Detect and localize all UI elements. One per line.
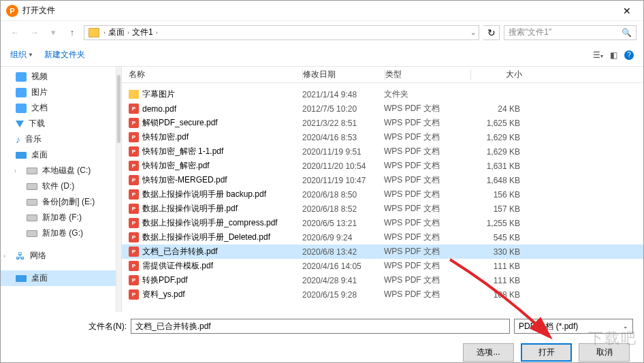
- search-input[interactable]: 搜索"文件1" 🔍: [504, 25, 637, 40]
- sidebar-item[interactable]: 软件 (D:): [1, 178, 116, 194]
- sidebar-desktop[interactable]: 桌面: [1, 270, 116, 286]
- view-icon[interactable]: ☰▾: [593, 50, 603, 60]
- sidebar-item[interactable]: 新加卷 (F:): [1, 210, 116, 225]
- sidebar-item-label: 桌面: [31, 149, 48, 161]
- nav-back-icon[interactable]: ←: [7, 25, 22, 40]
- sidebar-item-label: 视频: [31, 71, 48, 82]
- table-row[interactable]: P快转加密.pdf2020/4/16 8:53WPS PDF 文档1,629 K…: [122, 130, 643, 144]
- filename-input[interactable]: [131, 319, 510, 334]
- music-icon: ♪: [16, 135, 20, 144]
- options-button[interactable]: 选项...: [463, 343, 514, 362]
- sidebar-item[interactable]: 视频: [1, 69, 116, 84]
- table-row[interactable]: P资料_ys.pdf2020/6/15 9:28WPS PDF 文档108 KB: [122, 287, 643, 302]
- network-icon: 🖧: [16, 251, 25, 261]
- pdf-icon: P: [129, 261, 139, 271]
- column-type[interactable]: 类型: [385, 69, 470, 80]
- refresh-icon[interactable]: ↻: [483, 25, 500, 40]
- file-type: WPS PDF 文档: [384, 174, 469, 186]
- file-list[interactable]: 字幕图片2021/1/14 9:48文件夹Pdemo.pdf2012/7/5 1…: [122, 83, 643, 312]
- sidebar-item[interactable]: 备份[勿删] (E:): [1, 194, 116, 210]
- folder-icon: [129, 90, 139, 99]
- table-row[interactable]: P数据上报操作说明手册_Deleted.pdf2020/6/9 9:24WPS …: [122, 230, 643, 244]
- table-row[interactable]: P快转加密_解密 1-1.pdf2020/11/19 9:51WPS PDF 文…: [122, 144, 643, 159]
- table-row[interactable]: P数据上报操作说明手册_compress.pdf2020/6/5 13:21WP…: [122, 216, 643, 230]
- scrollbar-thumb[interactable]: [117, 75, 120, 143]
- file-name-cell: P数据上报操作说明手册_Deleted.pdf: [129, 232, 302, 243]
- search-icon: 🔍: [622, 28, 632, 37]
- table-row[interactable]: 字幕图片2021/1/14 9:48文件夹: [122, 87, 643, 101]
- pdf-icon: P: [129, 218, 139, 228]
- table-row[interactable]: P快转加密-MERGED.pdf2020/11/19 10:47WPS PDF …: [122, 173, 643, 187]
- open-button[interactable]: 打开: [521, 343, 572, 362]
- cancel-button[interactable]: 取消: [579, 343, 630, 362]
- file-date: 2021/3/22 8:51: [302, 119, 384, 128]
- table-row[interactable]: [122, 83, 643, 87]
- sidebar-item[interactable]: 文档: [1, 100, 116, 116]
- file-size: 1,625 KB: [469, 119, 527, 128]
- sidebar-item[interactable]: ›本地磁盘 (C:): [1, 163, 116, 178]
- file-type: WPS PDF 文档: [384, 146, 469, 157]
- nav-dropdown-icon[interactable]: ▾: [46, 25, 61, 40]
- sidebar-item[interactable]: 新加卷 (G:): [1, 225, 116, 241]
- sidebar-item[interactable]: 桌面: [1, 147, 116, 163]
- table-row[interactable]: P需提供证件模板.pdf2020/4/16 14:05WPS PDF 文档111…: [122, 259, 643, 273]
- sidebar-item-label: 音乐: [25, 133, 42, 145]
- close-icon[interactable]: ✕: [616, 5, 638, 16]
- file-size: 545 KB: [469, 233, 527, 242]
- sidebar-item[interactable]: 下载: [1, 116, 116, 131]
- file-name-cell: P快转加密_解密 1-1.pdf: [129, 146, 302, 157]
- sidebar-item[interactable]: ♪音乐: [1, 131, 116, 147]
- table-row[interactable]: P文档_已合并转换.pdf2020/6/8 13:42WPS PDF 文档330…: [122, 244, 643, 259]
- preview-icon[interactable]: ◧: [610, 50, 617, 60]
- file-name-cell: P数据上报操作说明手册.pdf: [129, 203, 302, 215]
- chevron-down-icon[interactable]: ⌄: [470, 29, 476, 36]
- file-type: WPS PDF 文档: [384, 274, 469, 286]
- sidebar-item-label: 备份[勿删] (E:): [42, 196, 95, 208]
- file-size: 108 KB: [469, 290, 527, 300]
- file-name: demo.pdf: [142, 104, 176, 114]
- table-row[interactable]: P转换PDF.pdf2020/4/28 9:41WPS PDF 文档111 KB: [122, 273, 643, 287]
- breadcrumb[interactable]: › 桌面 › 文件1 › ⌄: [84, 25, 479, 40]
- app-icon: P: [6, 5, 18, 17]
- sidebar-item-label: 图片: [31, 86, 48, 98]
- chevron-right-icon[interactable]: ›: [3, 253, 5, 259]
- table-row[interactable]: Pdemo.pdf2012/7/5 10:20WPS PDF 文档24 KB: [122, 101, 643, 116]
- file-type: WPS PDF 文档: [384, 246, 469, 257]
- column-size[interactable]: 大小: [471, 69, 529, 80]
- sidebar-scrollbar[interactable]: [116, 67, 122, 312]
- table-row[interactable]: P数据上报操作说明手册 backup.pdf2020/6/18 8:50WPS …: [122, 187, 643, 202]
- file-date: 2020/4/28 9:41: [302, 276, 384, 285]
- toolbar: 组织 ▼ 新建文件夹 ☰▾ ◧ ?: [1, 44, 643, 67]
- file-name: 数据上报操作说明手册_compress.pdf: [142, 217, 278, 229]
- table-row[interactable]: P解锁PDF_secure.pdf2021/3/22 8:51WPS PDF 文…: [122, 116, 643, 130]
- chevron-right-icon[interactable]: ›: [14, 168, 16, 174]
- file-type: WPS PDF 文档: [384, 203, 469, 215]
- column-date[interactable]: 修改日期: [303, 69, 385, 80]
- chevron-right-icon: ›: [156, 29, 158, 36]
- titlebar: P 打开文件 ✕: [1, 1, 643, 21]
- breadcrumb-root[interactable]: 桌面: [108, 27, 125, 38]
- column-name[interactable]: 名称: [129, 69, 302, 80]
- pdf-icon: P: [129, 118, 139, 128]
- organize-button[interactable]: 组织 ▼: [10, 49, 33, 61]
- nav-forward-icon[interactable]: →: [27, 25, 42, 40]
- sidebar-item-label: 下载: [29, 118, 45, 129]
- pdf-icon: P: [129, 146, 139, 157]
- table-row[interactable]: P快转加密_解密.pdf2020/11/20 10:54WPS PDF 文档1,…: [122, 159, 643, 173]
- breadcrumb-item[interactable]: 文件1: [132, 27, 153, 38]
- filetype-filter[interactable]: PDF 文档 (*.pdf) ⌄: [514, 319, 633, 334]
- sidebar-network[interactable]: ›🖧网络: [1, 248, 116, 264]
- file-type: WPS PDF 文档: [384, 289, 469, 300]
- file-name-cell: P需提供证件模板.pdf: [129, 260, 302, 272]
- help-icon[interactable]: ?: [624, 50, 634, 60]
- file-name-cell: P解锁PDF_secure.pdf: [129, 117, 302, 129]
- sidebar-item[interactable]: 图片: [1, 84, 116, 100]
- new-folder-button[interactable]: 新建文件夹: [44, 49, 85, 61]
- sidebar-item-label: 软件 (D:): [42, 180, 74, 192]
- file-date: 2020/6/8 13:42: [302, 247, 384, 257]
- file-date: 2020/11/19 10:47: [302, 176, 384, 185]
- sidebar-item-label: 新加卷 (G:): [42, 227, 83, 239]
- nav-up-icon[interactable]: ↑: [65, 25, 80, 40]
- table-row[interactable]: P数据上报操作说明手册.pdf2020/6/18 8:52WPS PDF 文档1…: [122, 202, 643, 216]
- file-date: 2021/1/14 9:48: [302, 90, 384, 99]
